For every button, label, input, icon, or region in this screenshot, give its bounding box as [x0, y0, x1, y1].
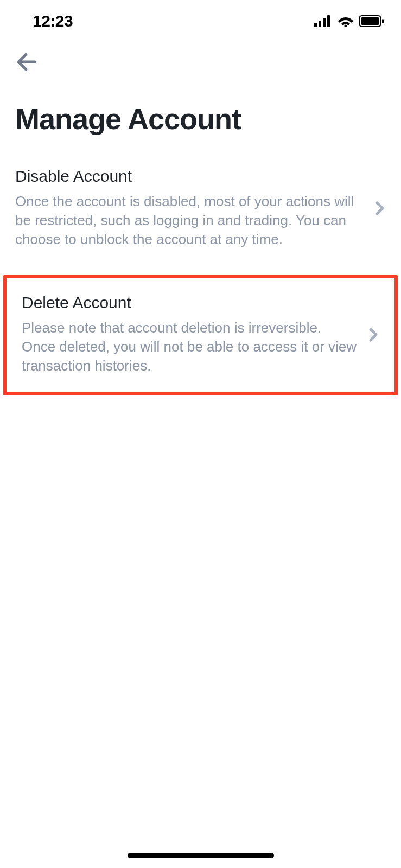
disable-account-item[interactable]: Disable Account Once the account is disa… [0, 152, 401, 265]
chevron-right-icon [375, 201, 386, 216]
delete-account-item[interactable]: Delete Account Please note that account … [7, 278, 394, 392]
home-indicator [128, 853, 274, 858]
cellular-signal-icon [314, 15, 333, 27]
list-item-text: Disable Account Once the account is disa… [15, 167, 375, 249]
delete-account-description: Please note that account deletion is irr… [22, 318, 359, 375]
page-title: Manage Account [0, 75, 401, 152]
disable-account-description: Once the account is disabled, most of yo… [15, 192, 365, 249]
settings-list: Disable Account Once the account is disa… [0, 152, 401, 395]
svg-rect-0 [314, 23, 317, 27]
wifi-icon [337, 15, 354, 27]
svg-rect-7 [382, 19, 384, 23]
arrow-left-icon [15, 51, 37, 73]
svg-point-4 [345, 25, 347, 28]
svg-rect-3 [327, 15, 330, 27]
svg-rect-6 [361, 17, 379, 25]
back-button[interactable] [15, 51, 37, 73]
battery-icon [359, 15, 385, 27]
delete-account-title: Delete Account [22, 293, 359, 312]
highlighted-item-box: Delete Account Please note that account … [3, 275, 398, 395]
status-icons [314, 15, 385, 27]
status-time: 12:23 [33, 12, 73, 30]
svg-rect-1 [319, 21, 321, 27]
svg-rect-2 [323, 18, 326, 27]
disable-account-title: Disable Account [15, 167, 365, 186]
status-bar: 12:23 [0, 0, 401, 35]
nav-bar [0, 35, 401, 75]
chevron-right-icon [368, 327, 379, 342]
list-item-text: Delete Account Please note that account … [22, 293, 368, 375]
